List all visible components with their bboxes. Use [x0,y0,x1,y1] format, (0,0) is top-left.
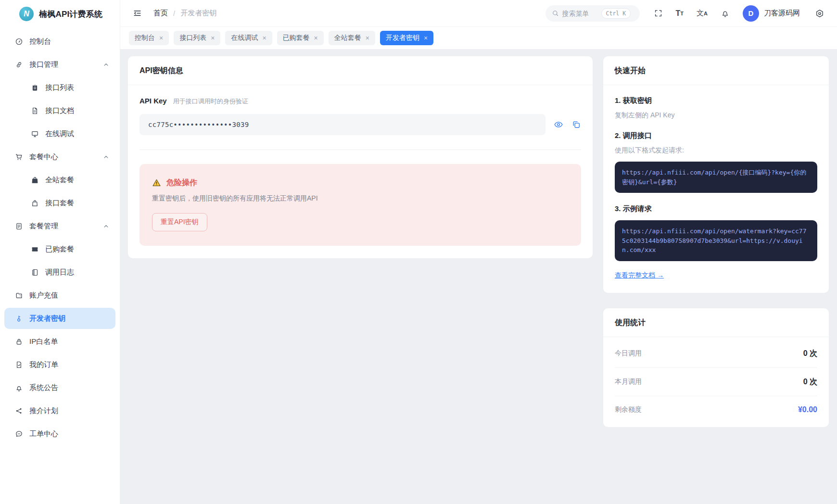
lock-icon [15,338,23,346]
log-icon [31,268,39,277]
sidebar-item-label: 我的订单 [29,360,58,369]
sidebar-item-online-debug[interactable]: 在线调试 [4,123,115,144]
danger-description: 重置密钥后，使用旧密钥的所有应用将无法正常调用API [152,194,569,203]
user-menu[interactable]: D 刀客源码网 [743,5,800,22]
usage-row-balance: 剩余额度 ¥0.00 [615,396,817,423]
sidebar: N 楠枫API计费系统 控制台 接口管理 接口列表 接口文档 [0,0,120,504]
main-column: 首页 / 开发者密钥 Ctrl K TT 文A [120,0,837,504]
sidebar-item-api-list[interactable]: 接口列表 [4,77,115,98]
chat-icon [15,430,23,438]
bag-outline-icon [31,199,39,207]
reveal-key-button[interactable] [554,120,563,129]
tab-purchased-packages[interactable]: 已购套餐 × [277,31,324,45]
tab-dashboard[interactable]: 控制台 × [129,31,169,45]
sidebar-item-label: 在线调试 [45,129,74,139]
tab-close-icon[interactable]: × [424,35,428,41]
chevron-up-icon [102,153,110,161]
sidebar-item-ticket-center[interactable]: 工单中心 [4,423,115,444]
sidebar-item-label: 接口列表 [45,83,74,92]
sidebar-item-label: 全站套餐 [45,176,74,185]
sidebar-item-label: 工单中心 [29,429,58,439]
usage-stats-title: 使用统计 [603,308,829,337]
gear-icon [815,9,824,18]
tab-close-icon[interactable]: × [314,35,318,41]
api-key-card: API密钥信息 API Key 用于接口调用时的身份验证 cc775c•••••… [128,56,593,258]
tab-label: 开发者密钥 [386,34,419,42]
sidebar-item-account-recharge[interactable]: 账户充值 [4,285,115,306]
sidebar-item-label: 接口套餐 [45,199,74,208]
usage-row-month: 本月调用 0 次 [615,368,817,396]
sidebar-item-purchased-packages[interactable]: 已购套餐 [4,239,115,260]
app-logo: N 楠枫API计费系统 [0,0,120,28]
chevron-up-icon [102,223,110,230]
sidebar-item-label: 系统公告 [29,383,58,392]
tab-close-icon[interactable]: × [366,35,369,41]
order-icon [15,361,23,369]
api-key-card-title: API密钥信息 [128,56,593,85]
api-key-hint: 用于接口调用时的身份验证 [173,97,248,106]
bag-filled-icon [31,176,39,184]
sidebar-item-ip-whitelist[interactable]: IP白名单 [4,331,115,352]
tab-api-list[interactable]: 接口列表 × [174,31,220,45]
settings-button[interactable] [815,9,824,18]
tab-label: 控制台 [135,34,155,42]
sidebar-item-call-logs[interactable]: 调用日志 [4,262,115,283]
tab-label: 接口列表 [179,34,206,42]
api-key-value-field: cc775c••••••••••••••3039 [140,114,545,135]
sidebar-item-dashboard[interactable]: 控制台 [4,31,115,52]
sidebar-item-label: 开发者密钥 [29,314,65,323]
step2-description: 使用以下格式发起请求: [615,146,817,155]
usage-stats-card: 使用统计 今日调用 0 次 本月调用 0 次 剩余额度 ¥0.00 [603,308,829,427]
sidebar-item-site-packages[interactable]: 全站套餐 [4,169,115,190]
sidebar-menu: 控制台 接口管理 接口列表 接口文档 在线调试 套餐中心 [0,28,120,446]
bell-icon [721,9,730,18]
share-icon [15,407,23,415]
usage-value: 0 次 [803,349,817,359]
tab-close-icon[interactable]: × [262,35,266,41]
tab-close-icon[interactable]: × [159,35,163,41]
notifications-button[interactable] [721,9,730,18]
tab-close-icon[interactable]: × [211,35,215,41]
breadcrumb-home[interactable]: 首页 [153,9,168,18]
copy-key-button[interactable] [571,120,581,129]
menu-search[interactable]: Ctrl K [545,5,640,22]
sidebar-item-api-management[interactable]: 接口管理 [4,54,115,75]
list-icon [15,222,23,230]
wallet-icon [15,291,23,300]
example-request-code: https://api.nfiii.com/api/open/watermark… [615,220,817,261]
sidebar-item-referral-program[interactable]: 推介计划 [4,400,115,421]
key-icon [15,315,23,323]
reset-api-key-button[interactable]: 重置API密钥 [152,213,207,231]
sidebar-collapse-button[interactable] [133,9,142,18]
sidebar-item-label: 调用日志 [45,268,74,277]
tab-online-debug[interactable]: 在线调试 × [225,31,272,45]
sidebar-item-label: 推介计划 [29,406,58,416]
language-button[interactable]: 文A [697,9,708,18]
sidebar-item-my-orders[interactable]: 我的订单 [4,354,115,375]
sidebar-item-label: 接口文档 [45,106,74,115]
sidebar-item-announcements[interactable]: 系统公告 [4,377,115,398]
search-shortcut-badge: Ctrl K [601,8,631,19]
sidebar-item-api-docs[interactable]: 接口文档 [4,100,115,121]
sidebar-item-package-management[interactable]: 套餐管理 [4,215,115,237]
search-input[interactable] [562,10,598,17]
fullscreen-button[interactable] [654,9,663,18]
full-docs-link[interactable]: 查看完整文档 → [615,271,664,280]
ticket-icon [31,245,39,253]
text-size-button[interactable]: TT [676,9,684,18]
tab-label: 已购套餐 [283,34,310,42]
tab-developer-key[interactable]: 开发者密钥 × [380,31,433,45]
sidebar-item-api-packages[interactable]: 接口套餐 [4,192,115,214]
sidebar-item-package-center[interactable]: 套餐中心 [4,146,115,167]
danger-title: 危险操作 [166,178,197,188]
sidebar-item-label: 控制台 [29,37,51,46]
right-column: 快速开始 1. 获取密钥 复制左侧的 API Key 2. 调用接口 使用以下格… [603,56,829,427]
sidebar-item-developer-key[interactable]: 开发者密钥 [4,308,115,329]
search-icon [552,10,559,17]
usage-row-today: 今日调用 0 次 [615,340,817,368]
sidebar-item-label: IP白名单 [29,337,58,346]
menu-fold-icon [133,9,142,18]
tab-site-packages[interactable]: 全站套餐 × [329,31,375,45]
header-icon-buttons: TT 文A [654,9,730,18]
danger-zone: 危险操作 重置密钥后，使用旧密钥的所有应用将无法正常调用API 重置API密钥 [140,164,581,246]
